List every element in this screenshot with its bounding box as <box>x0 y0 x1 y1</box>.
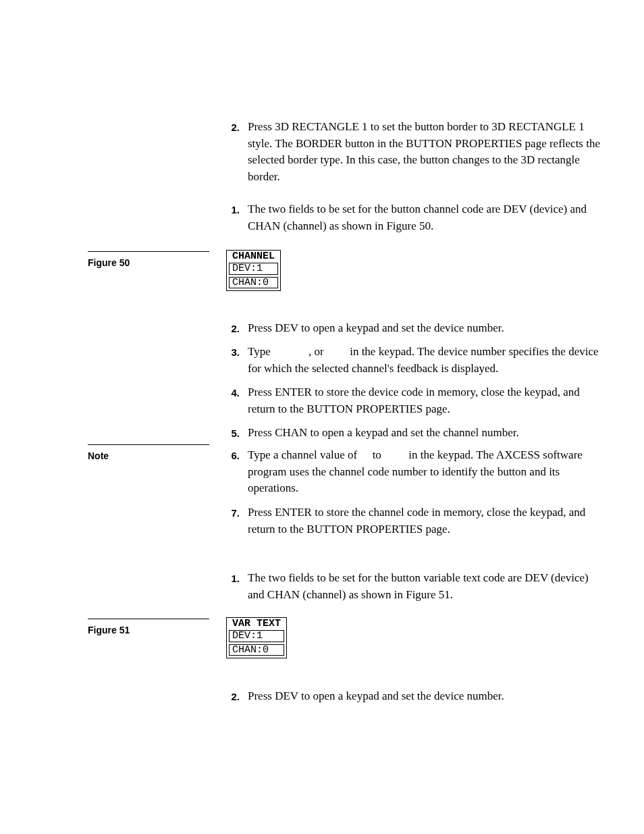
text-fragment: to <box>369 448 384 461</box>
list-item: 4. Press ENTER to store the device code … <box>226 384 604 417</box>
list-text: The two fields to be set for the button … <box>248 570 604 603</box>
list-text: Press ENTER to store the channel code in… <box>248 504 604 538</box>
figure-label: Figure 51 <box>88 619 209 637</box>
list-number: 5. <box>226 425 240 442</box>
channel-lcd-display: CHANNEL DEV:1 CHAN:0 <box>226 250 281 291</box>
page: 2. Press 3D RECTANGLE 1 to set the butto… <box>0 0 644 834</box>
figure50-label: Figure 50 <box>88 251 209 269</box>
list-item: 1. The two fields to be set for the butt… <box>226 570 604 603</box>
lcd-row-chan: CHAN:0 <box>229 644 284 656</box>
list-number: 2. <box>226 320 240 337</box>
list-item: 1. The two fields to be set for the butt… <box>226 201 604 234</box>
list-item: 2. Press 3D RECTANGLE 1 to set the butto… <box>226 119 604 186</box>
list-item: 2. Press DEV to open a keypad and set th… <box>226 688 604 705</box>
list-number: 7. <box>226 504 240 538</box>
lcd-row-dev: DEV:1 <box>229 630 284 642</box>
text-fragment: Type <box>248 345 273 358</box>
list-number: 1. <box>226 570 240 603</box>
list-text: Press 3D RECTANGLE 1 to set the button b… <box>248 119 604 186</box>
list-number: 4. <box>226 384 240 417</box>
list-text: Press DEV to open a keypad and set the d… <box>248 320 604 337</box>
list-text: Press DEV to open a keypad and set the d… <box>248 688 604 705</box>
list-item: 7. Press ENTER to store the channel code… <box>226 504 604 538</box>
list-item: 2. Press DEV to open a keypad and set th… <box>226 320 604 337</box>
lcd-title: CHANNEL <box>227 251 280 263</box>
list-text: Press ENTER to store the device code in … <box>248 384 604 417</box>
list-text: Press CHAN to open a keypad and set the … <box>248 425 604 442</box>
figure51-label: Figure 51 <box>88 619 209 637</box>
note-heading: Note <box>88 444 209 463</box>
text-fragment: Type a channel value of <box>248 448 360 461</box>
list-text: Type a channel value of to in the keypad… <box>248 447 604 497</box>
list-text: The two fields to be set for the button … <box>248 201 604 234</box>
list-item: 3. Type , or in the keypad. The device n… <box>226 344 604 377</box>
vartext-lcd-display: VAR TEXT DEV:1 CHAN:0 <box>226 617 287 658</box>
list-number: 2. <box>226 688 240 705</box>
list-item: 5. Press CHAN to open a keypad and set t… <box>226 425 604 442</box>
list-text: Type , or in the keypad. The device numb… <box>248 344 604 377</box>
figure-label: Figure 50 <box>88 251 209 269</box>
text-fragment: , or <box>308 345 327 358</box>
list-number: 2. <box>226 119 240 186</box>
list-number: 3. <box>226 344 240 377</box>
list-item: 6. Type a channel value of to in the key… <box>226 447 604 497</box>
lcd-row-chan: CHAN:0 <box>229 277 278 289</box>
note-label: Note <box>88 444 209 463</box>
list-number: 1. <box>226 201 240 234</box>
lcd-title: VAR TEXT <box>227 618 286 630</box>
list-number: 6. <box>226 447 240 497</box>
text-fragment: in the keypad. The device number specifi… <box>248 345 599 375</box>
lcd-row-dev: DEV:1 <box>229 263 278 275</box>
